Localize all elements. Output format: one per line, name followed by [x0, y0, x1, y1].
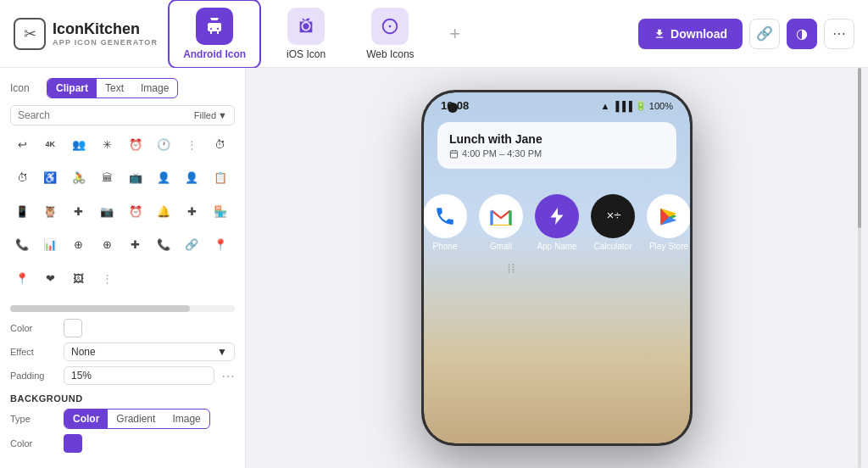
- icon-tabs: Android Icon iOS Icon Web Icons +: [168, 0, 628, 69]
- scroll-thumb-v: [858, 68, 861, 228]
- gmail-app-icon: [479, 194, 523, 238]
- scroll-thumb: [10, 305, 190, 312]
- ios-tab-icon: [287, 8, 325, 45]
- list-item[interactable]: ❤: [38, 266, 62, 290]
- list-item[interactable]: 📍: [209, 233, 232, 257]
- list-item[interactable]: 📞: [152, 233, 175, 257]
- app-item-calculator: ×÷ Calculator: [591, 194, 635, 251]
- padding-more[interactable]: ⋯: [221, 368, 235, 384]
- theme-toggle-button[interactable]: ◑: [787, 19, 817, 49]
- list-item[interactable]: 👥: [67, 132, 91, 156]
- image-tab[interactable]: Image: [132, 79, 177, 98]
- color-picker[interactable]: [64, 319, 82, 337]
- effect-select[interactable]: None ▼: [64, 343, 235, 361]
- battery-icon: 🔋: [635, 100, 647, 111]
- filter-dropdown[interactable]: Filled ▼: [194, 110, 227, 120]
- search-input[interactable]: [18, 109, 194, 121]
- vertical-scrollbar[interactable]: [858, 68, 861, 468]
- list-item[interactable]: 🔗: [180, 233, 203, 257]
- list-item[interactable]: 📞: [10, 233, 34, 257]
- tab-web[interactable]: Web Icons: [351, 0, 429, 69]
- list-item[interactable]: 🦉: [38, 199, 62, 223]
- list-item[interactable]: ↩: [10, 132, 34, 156]
- list-item[interactable]: 👤: [180, 166, 203, 190]
- bg-color-label: Color: [10, 438, 57, 448]
- logo-text: IconKitchen APP ICON GENERATOR: [53, 20, 158, 47]
- add-tab-button[interactable]: +: [437, 15, 474, 53]
- app-item-appname: App Name: [535, 194, 579, 251]
- image-type-tab[interactable]: Image: [164, 410, 209, 428]
- notification-card: Lunch with Jane 4:00 PM – 4:30 PM: [437, 122, 676, 169]
- list-item[interactable]: 👤: [152, 166, 175, 190]
- download-button[interactable]: Download: [638, 19, 743, 49]
- play-app-label: Play Store: [649, 242, 688, 251]
- horizontal-scrollbar[interactable]: [10, 305, 235, 312]
- notification-title: Lunch with Jane: [449, 132, 665, 146]
- app-item-phone: Phone: [423, 194, 467, 251]
- list-item[interactable]: 📺: [124, 166, 147, 190]
- list-item[interactable]: 🔔: [152, 199, 175, 223]
- list-item[interactable]: ⏱: [10, 166, 34, 190]
- list-item[interactable]: ✚: [180, 199, 203, 223]
- bg-type-row: Type Color Gradient Image: [10, 409, 235, 429]
- gradient-type-tab[interactable]: Gradient: [108, 410, 164, 428]
- icon-label: Icon: [10, 82, 40, 94]
- list-item[interactable]: 📊: [38, 233, 62, 257]
- text-tab[interactable]: Text: [97, 79, 132, 98]
- gmail-app-label: Gmail: [490, 242, 512, 251]
- effect-prop-row: Effect None ▼: [10, 343, 235, 361]
- list-item[interactable]: 📱: [10, 199, 34, 223]
- list-item[interactable]: ⊕: [67, 233, 91, 257]
- list-item[interactable]: ✚: [124, 233, 147, 257]
- app-item-gmail: Gmail: [479, 194, 523, 251]
- canvas-area: 10:08 ▲ ▐▐▐ 🔋 100% Lunch with Jane 4:00 …: [246, 68, 868, 468]
- phone-mockup: 10:08 ▲ ▐▐▐ 🔋 100% Lunch with Jane 4:00 …: [421, 90, 693, 446]
- svg-rect-1: [450, 150, 457, 157]
- list-item[interactable]: 🚴: [67, 166, 91, 190]
- wifi-icon: ▲: [601, 101, 610, 111]
- padding-input[interactable]: 15%: [64, 366, 214, 385]
- tab-ios[interactable]: iOS Icon: [268, 0, 344, 69]
- padding-label: Padding: [10, 370, 57, 381]
- web-tab-label: Web Icons: [366, 48, 414, 60]
- list-item[interactable]: 🖼: [67, 266, 91, 290]
- drag-handle-left[interactable]: ⁞⁞: [507, 260, 515, 276]
- clipart-tab[interactable]: Clipart: [47, 79, 97, 98]
- notification-time: 4:00 PM – 4:30 PM: [449, 148, 665, 159]
- list-item[interactable]: 📋: [209, 166, 232, 190]
- list-item[interactable]: 📷: [95, 199, 119, 223]
- list-item[interactable]: 4K: [38, 132, 62, 156]
- app-grid: Phone Gmail App Name: [424, 194, 690, 251]
- icon-grid: ↩ 4K 👥 ✳ ⏰ 🕐 ⋮ ⏱ ⏱ ♿ 🚴 🏛 📺 👤 👤 📋 📱 🦉 ✚ 📷…: [10, 132, 235, 298]
- header: ✂ IconKitchen APP ICON GENERATOR Android…: [0, 0, 868, 68]
- bg-type-label: Type: [10, 414, 57, 424]
- calc-app-icon: ×÷: [591, 194, 635, 238]
- more-button[interactable]: ⋯: [824, 19, 854, 49]
- color-type-tab[interactable]: Color: [64, 410, 108, 428]
- icon-type-row: Icon Clipart Text Image: [10, 78, 235, 98]
- list-item[interactable]: ⋮: [95, 266, 119, 290]
- list-item[interactable]: ⏰: [124, 132, 147, 156]
- phone-app-label: Phone: [433, 242, 458, 251]
- battery-percent: 100%: [649, 101, 673, 111]
- list-item[interactable]: ⊕: [95, 233, 119, 257]
- list-item[interactable]: ⋮: [180, 132, 203, 156]
- link-button[interactable]: 🔗: [749, 19, 780, 49]
- list-item[interactable]: 🕐: [152, 132, 175, 156]
- list-item[interactable]: ♿: [38, 166, 62, 190]
- bg-color-row: Color: [10, 434, 235, 453]
- app-subtitle: APP ICON GENERATOR: [53, 38, 158, 47]
- tab-android[interactable]: Android Icon: [168, 0, 261, 69]
- app-item-playstore: Play Store: [647, 194, 691, 251]
- list-item[interactable]: ⏱: [209, 132, 232, 156]
- list-item[interactable]: 📍: [10, 266, 34, 290]
- status-icons: ▲ ▐▐▐ 🔋 100%: [601, 100, 673, 111]
- main-content: Icon Clipart Text Image Filled ▼ ↩ 4K 👥 …: [0, 68, 868, 468]
- list-item[interactable]: ✚: [67, 199, 91, 223]
- list-item[interactable]: ✳: [95, 132, 119, 156]
- phone-status-bar: 10:08 ▲ ▐▐▐ 🔋 100%: [424, 92, 690, 115]
- bg-color-picker[interactable]: [64, 434, 82, 453]
- list-item[interactable]: 🏪: [209, 199, 232, 223]
- list-item[interactable]: ⏰: [124, 199, 147, 223]
- list-item[interactable]: 🏛: [95, 166, 119, 190]
